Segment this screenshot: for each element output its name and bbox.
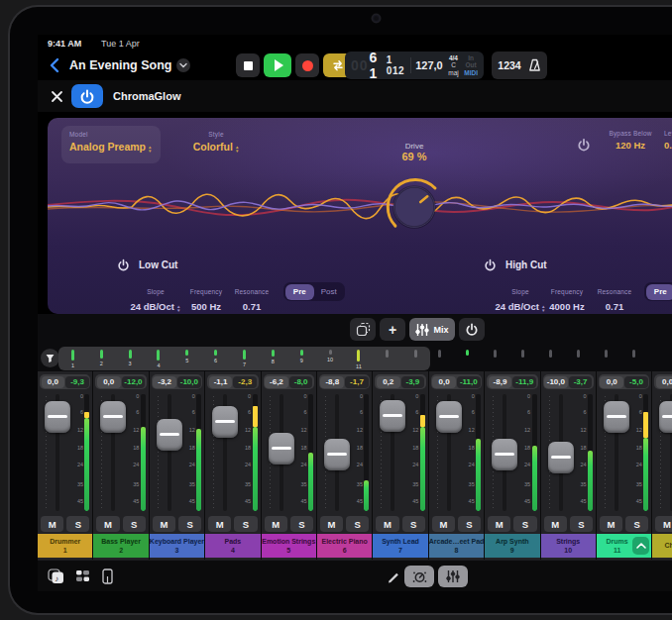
drive-knob[interactable] [383,175,446,239]
fader-handle[interactable] [548,442,574,473]
fader-db-value[interactable]: 0,0 [656,376,672,388]
mute-button[interactable]: M [376,516,398,532]
overview-channel[interactable]: 2 [87,347,116,370]
fader-db-value[interactable]: -8,8 [320,376,344,388]
back-button[interactable] [50,57,59,77]
overview-channel[interactable]: 8 [259,347,287,370]
high-cut-pre-post-toggle[interactable]: Pre Post [644,282,672,301]
fader-handle[interactable] [380,400,405,432]
mixer-view-button[interactable] [438,566,468,587]
track-name-cell[interactable]: Drummer 1 [38,534,92,558]
track-name-cell[interactable]: Chorus V [652,534,672,558]
solo-button[interactable]: S [178,516,201,532]
overview-channel[interactable]: 7 [230,347,259,370]
low-cut-slope[interactable]: Slope 24 dB/Oct▲▼ [125,280,186,313]
mute-button[interactable]: M [432,516,455,532]
track-name-cell[interactable]: Arcade…eet Pad 8 [429,534,484,558]
add-track-button[interactable]: + [380,318,405,341]
overview-channel[interactable]: 10 [316,347,345,370]
fader-db-value[interactable]: -8,9 [489,376,512,388]
solo-button[interactable]: S [346,516,369,532]
fader-db-value[interactable]: 0,0 [97,376,121,388]
solo-button[interactable]: S [123,516,146,532]
mute-button[interactable]: M [41,516,63,532]
overview-channel[interactable]: 6 [201,347,230,370]
post-segment[interactable]: Post [314,284,344,300]
fader-db-value[interactable]: 0,0 [432,376,456,388]
overview-channel[interactable]: 4 [145,347,173,370]
track-name-cell[interactable]: Emotion Strings 5 [262,534,316,558]
model-selector[interactable]: Model Analog Preamp▲▼ [61,126,161,163]
overview-channel[interactable]: 5 [172,347,201,370]
play-button[interactable] [264,53,291,77]
track-name-cell[interactable]: Arp Synth 9 [485,534,539,558]
count-in-button[interactable]: 1234 [498,59,520,71]
record-button[interactable] [295,53,319,77]
pre-segment[interactable]: Pre [285,284,315,300]
bypass-power-icon[interactable] [577,138,591,155]
stop-button[interactable] [236,53,260,77]
fader-db-value[interactable]: 0,0 [42,376,65,388]
solo-button[interactable]: S [234,516,257,532]
high-cut-power-icon[interactable] [484,258,497,271]
song-title[interactable]: An Evening Song [69,58,171,72]
high-cut-resonance[interactable]: Resonance 0.71 [589,280,640,312]
track-name-cell[interactable]: Strings 10 [541,534,596,558]
overview-channel[interactable] [401,347,430,370]
mute-button[interactable]: M [208,516,231,532]
fader-db-value[interactable]: -6,2 [265,376,288,388]
close-plugin-icon[interactable] [51,89,63,107]
fader-handle[interactable] [157,419,182,451]
overview-channel[interactable] [373,347,401,370]
fader-handle[interactable] [324,439,350,470]
loop-browser-button[interactable]: ♪ [48,568,64,588]
overview-channel[interactable]: 11 [344,347,373,370]
plugins-button[interactable] [75,568,90,587]
song-menu-chevron-icon[interactable] [176,58,190,72]
edit-pencil-icon[interactable] [387,569,400,587]
mute-button[interactable]: M [320,516,343,532]
mute-button[interactable]: M [544,516,567,532]
low-cut-resonance[interactable]: Resonance 0.71 [226,280,278,312]
overview-channel[interactable]: 1 [58,347,87,370]
bypass-below-control[interactable]: Bypass Below 120 Hz [599,130,662,151]
fader-db-value[interactable]: 0,0 [600,376,623,388]
overview-channel[interactable]: 3 [116,347,145,370]
fader-db-value[interactable]: 0,2 [377,376,400,388]
mute-button[interactable]: M [655,516,672,532]
pre-segment[interactable]: Pre [646,284,672,300]
filter-button[interactable] [41,349,59,367]
high-cut-frequency[interactable]: Frequency 4000 Hz [539,280,595,312]
solo-button[interactable]: S [625,516,648,532]
plugin-power-button[interactable] [71,84,103,108]
overview-window[interactable]: 1234567891011 [58,347,430,370]
track-name-cell[interactable]: Bass Player 2 [93,534,148,558]
fader-handle[interactable] [659,401,672,433]
mute-button[interactable]: M [96,516,119,532]
fader-handle[interactable] [45,401,70,433]
track-name-cell[interactable]: Keyboard Player 3 [150,534,204,558]
keyboard-button[interactable] [101,568,114,588]
mute-button[interactable]: M [265,516,287,532]
style-selector[interactable]: Style Colorful▲▼ [176,126,256,163]
mix-toggle-button[interactable]: Mix [409,318,455,341]
overview-channel[interactable]: 9 [287,347,316,370]
solo-button[interactable]: S [513,516,536,532]
fader-handle[interactable] [436,401,462,433]
duplicate-button[interactable] [350,318,376,341]
solo-button[interactable]: S [402,516,425,532]
mute-button[interactable]: M [488,516,510,532]
track-name-cell[interactable]: Drums 11 [597,534,651,558]
fader-handle[interactable] [269,433,294,465]
low-cut-power-icon[interactable] [117,258,130,271]
solo-button[interactable]: S [66,516,89,532]
mixer-power-button[interactable] [459,318,485,341]
low-cut-pre-post-toggle[interactable]: Pre Post [283,282,345,301]
level-control[interactable]: Level 0.0 [664,130,672,151]
mute-button[interactable]: M [600,516,622,532]
track-name-cell[interactable]: Synth Lead 7 [373,534,427,558]
smart-controls-button[interactable] [404,566,434,587]
fader-handle[interactable] [100,401,126,433]
solo-button[interactable]: S [458,516,481,532]
fader-db-value[interactable]: -1,1 [209,376,233,388]
